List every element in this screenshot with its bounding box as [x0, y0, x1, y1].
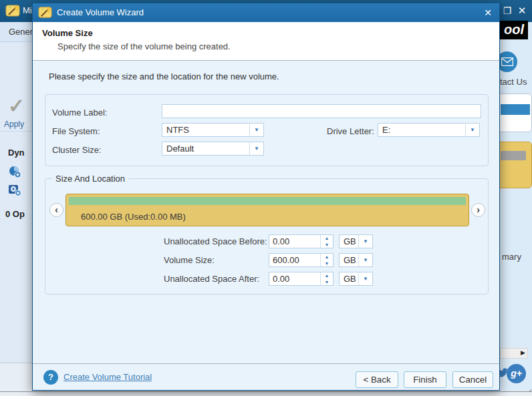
spinner: ▲ ▼ — [320, 254, 333, 266]
file-system-select[interactable]: NTFS ▼ — [162, 123, 264, 137]
step-title: Volume Size — [42, 28, 93, 38]
cluster-size-select[interactable]: Default ▼ — [162, 142, 264, 156]
used-space-bar — [69, 197, 466, 205]
finish-button[interactable]: Finish — [404, 371, 446, 388]
spin-down-icon[interactable]: ▼ — [321, 242, 333, 248]
create-volume-tutorial-link[interactable]: Create Volume Tutorial — [63, 372, 152, 382]
spin-up-icon[interactable]: ▲ — [321, 254, 333, 260]
main-close-icon[interactable]: ✕ — [515, 4, 529, 17]
unit-select[interactable]: GB ▼ — [339, 272, 373, 286]
google-plus-icon[interactable]: g+ — [507, 364, 526, 383]
spin-up-icon[interactable]: ▲ — [321, 272, 333, 278]
chevron-down-icon[interactable]: ▼ — [465, 124, 479, 136]
spin-down-icon[interactable]: ▼ — [321, 260, 333, 266]
divider — [0, 131, 32, 132]
dialog-footer: ? Create Volume Tutorial < Back Finish C… — [33, 363, 499, 391]
partition-card-blue[interactable] — [496, 93, 532, 132]
partition-bar-blue — [501, 104, 530, 115]
slider-left-chevron[interactable]: ‹ — [49, 203, 63, 217]
main-window-bottom-edge — [0, 391, 532, 396]
volume-label-input[interactable] — [162, 104, 481, 118]
partition-bar-gray — [501, 151, 526, 160]
back-button[interactable]: < Back — [356, 371, 398, 388]
partition-card-selected[interactable] — [496, 142, 532, 188]
unit-select[interactable]: GB ▼ — [339, 234, 373, 248]
volume-size-row: Volume Size: 600.00 ▲ ▼ GB ▼ — [45, 253, 488, 267]
group-title: Size And Location — [52, 174, 128, 184]
dialog-titlebar[interactable]: Create Volume Wizard ✕ — [33, 3, 499, 22]
unallocated-after-row: Unallocated Space After: 0.00 ▲ ▼ GB ▼ — [45, 272, 488, 286]
size-and-location-group: Size And Location ‹ 600.00 GB (Used:0.00… — [45, 178, 489, 294]
unallocated-after-label: Unallocated Space After: — [164, 274, 259, 284]
slider-right-chevron[interactable]: › — [471, 203, 485, 217]
chevron-down-icon[interactable]: ▼ — [358, 272, 372, 285]
spinner: ▲ ▼ — [320, 235, 333, 248]
dialog-body: Please specify the size and the location… — [33, 61, 499, 363]
maximize-icon[interactable]: ❐ — [500, 4, 515, 17]
unallocated-before-label: Unallocated Space Before: — [164, 236, 267, 246]
operations-pending-label: 0 Op — [5, 209, 25, 219]
slider-size-text: 600.00 GB (Used:0.00 MB) — [81, 212, 186, 222]
spinner: ▲ ▼ — [320, 272, 333, 285]
spin-up-icon[interactable]: ▲ — [321, 235, 333, 241]
cancel-button[interactable]: Cancel — [452, 371, 493, 388]
summary-label: mary — [502, 252, 521, 262]
ribbon-left-strip: ✓ Apply Dyn 0 Op — [0, 42, 32, 363]
volume-size-slider[interactable]: 600.00 GB (Used:0.00 MB) — [65, 194, 469, 226]
dialog-close-icon[interactable]: ✕ — [481, 6, 495, 19]
dialog-title: Create Volume Wizard — [57, 7, 144, 17]
spin-down-icon[interactable]: ▼ — [321, 279, 333, 285]
create-volume-icon[interactable] — [8, 165, 21, 178]
wizard-icon — [38, 5, 52, 21]
unallocated-after-input[interactable]: 0.00 ▲ ▼ — [269, 272, 334, 286]
scroll-right-icon[interactable]: ▶ — [521, 349, 525, 356]
unallocated-before-row: Unallocated Space Before: 0.00 ▲ ▼ GB ▼ — [45, 234, 488, 248]
chevron-down-icon[interactable]: ▼ — [249, 124, 263, 136]
contact-us-label: tact Us — [500, 77, 527, 87]
chevron-down-icon[interactable]: ▼ — [358, 235, 372, 248]
tab-general[interactable]: Gener — [9, 27, 33, 37]
apply-check-icon[interactable]: ✓ — [8, 97, 25, 116]
help-icon[interactable]: ? — [43, 370, 58, 385]
unallocated-before-input[interactable]: 0.00 ▲ ▼ — [269, 234, 334, 248]
volume-size-label: Volume Size: — [164, 255, 215, 265]
volume-size-input[interactable]: 600.00 ▲ ▼ — [269, 253, 334, 267]
wizard-step-header: Volume Size Specify the size of the volu… — [33, 22, 499, 61]
drive-letter-label: Drive Letter: — [327, 126, 374, 136]
main-window-title: Mi — [23, 5, 32, 15]
unit-select[interactable]: GB ▼ — [339, 253, 373, 267]
create-volume-wizard-dialog: Create Volume Wizard ✕ Volume Size Speci… — [32, 3, 500, 391]
cluster-size-label: Cluster Size: — [52, 145, 102, 155]
volume-label-label: Volume Label: — [52, 108, 107, 118]
file-system-label: File System: — [52, 126, 100, 136]
apply-button-label[interactable]: Apply — [4, 120, 33, 129]
app-wizard-icon — [5, 3, 20, 20]
disk-convert-icon[interactable] — [8, 183, 21, 196]
horizontal-scrollbar[interactable]: ▶ — [500, 348, 528, 359]
drive-letter-select[interactable]: E: ▼ — [378, 123, 480, 137]
dynamic-disk-header: Dyn — [8, 148, 25, 158]
chevron-down-icon[interactable]: ▼ — [249, 142, 263, 155]
step-subtitle: Specify the size of the volume being cre… — [57, 41, 231, 51]
instruction-text: Please specify the size and the location… — [49, 71, 279, 81]
chevron-down-icon[interactable]: ▼ — [358, 254, 372, 266]
volume-properties-panel: Volume Label: File System: NTFS ▼ Drive … — [45, 94, 489, 166]
